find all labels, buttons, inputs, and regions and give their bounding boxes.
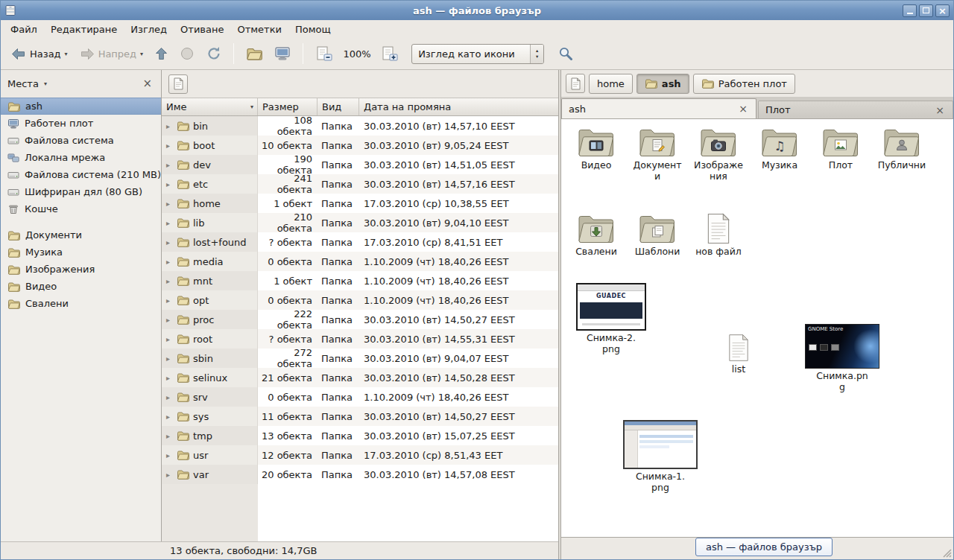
file-icon-item[interactable]: Публични bbox=[871, 127, 932, 171]
sidebar-close-button[interactable]: × bbox=[140, 77, 154, 90]
column-header[interactable]: Име▾ bbox=[162, 98, 258, 115]
column-header[interactable]: Размер bbox=[258, 98, 318, 115]
table-row[interactable]: ▸lost+found? обектаПапка17.03.2010 (ср) … bbox=[162, 232, 558, 252]
path-button[interactable]: ash bbox=[636, 74, 689, 94]
table-row[interactable]: ▸boot10 обектаПапка30.03.2010 (вт) 9,05,… bbox=[162, 136, 558, 155]
path-button[interactable]: Работен плот bbox=[693, 74, 795, 94]
expander-icon[interactable]: ▸ bbox=[166, 354, 173, 363]
taskbar-window-button[interactable]: ash — файлов браузър bbox=[695, 538, 833, 556]
table-row[interactable]: ▸usr12 обектаПапка17.03.2010 (ср) 8,51,4… bbox=[162, 445, 558, 465]
menu-item[interactable]: Помощ bbox=[288, 20, 338, 38]
file-icon-item[interactable]: GNOME StoreСнимка.png bbox=[801, 324, 883, 392]
sidebar-item[interactable]: Файлова система bbox=[1, 132, 161, 149]
view-mode-select[interactable]: Изглед като икони ▴▾ bbox=[411, 44, 544, 64]
tab[interactable]: Плот× bbox=[758, 101, 953, 118]
up-button[interactable] bbox=[150, 43, 173, 64]
home-button[interactable] bbox=[241, 43, 268, 64]
file-icon-item[interactable]: Плот bbox=[810, 127, 871, 171]
table-row[interactable]: ▸mnt1 обектПапка1.10.2009 (чт) 18,40,26 … bbox=[162, 271, 558, 290]
back-button[interactable]: Назад ▾ bbox=[6, 44, 73, 64]
expander-icon[interactable]: ▸ bbox=[166, 219, 173, 227]
expander-icon[interactable]: ▸ bbox=[166, 413, 173, 421]
sidebar-item[interactable]: Файлова система (210 MB) bbox=[1, 166, 161, 183]
stop-button[interactable] bbox=[174, 42, 200, 65]
back-dropdown-icon[interactable]: ▾ bbox=[65, 51, 68, 57]
table-row[interactable]: ▸home1 обектПапка17.03.2010 (ср) 10,38,5… bbox=[162, 194, 558, 213]
menu-item[interactable]: Файл bbox=[4, 20, 44, 38]
sidebar-item[interactable]: Локална мрежа bbox=[1, 149, 161, 166]
path-button[interactable]: home bbox=[589, 74, 633, 94]
forward-button[interactable]: Напред ▾ bbox=[75, 44, 149, 64]
zoom-out-button[interactable] bbox=[310, 42, 338, 66]
sidebar-item[interactable]: Шифриран дял (80 GB) bbox=[1, 183, 161, 200]
table-row[interactable]: ▸srv0 обектаПапка1.10.2009 (чт) 18,40,26… bbox=[162, 387, 558, 407]
table-row[interactable]: ▸lib210 обектаПапка30.03.2010 (вт) 9,04,… bbox=[162, 213, 558, 232]
table-row[interactable]: ▸etc241 обектаПапка30.03.2010 (вт) 14,57… bbox=[162, 174, 558, 194]
table-row[interactable]: ▸proc222 обектаПапка30.03.2010 (вт) 14,5… bbox=[162, 310, 558, 329]
title-bar[interactable]: ash — файлов браузър × bbox=[1, 1, 953, 20]
expander-icon[interactable]: ▸ bbox=[166, 451, 173, 459]
file-icon-item[interactable]: ♫Музика bbox=[749, 127, 810, 171]
expander-icon[interactable]: ▸ bbox=[166, 277, 173, 285]
location-toggle-button-right[interactable] bbox=[566, 74, 585, 93]
sidebar-item[interactable]: Изображения bbox=[1, 261, 161, 278]
file-icon-item[interactable]: list bbox=[715, 334, 762, 375]
tab[interactable]: ash× bbox=[561, 98, 756, 118]
close-button[interactable]: × bbox=[935, 4, 950, 17]
reload-button[interactable] bbox=[201, 42, 227, 65]
table-row[interactable]: ▸selinux21 обектаПапка30.03.2010 (вт) 14… bbox=[162, 368, 558, 387]
file-icon-item[interactable]: Изображения bbox=[688, 127, 749, 182]
table-row[interactable]: ▸sbin272 обектаПапка30.03.2010 (вт) 9,04… bbox=[162, 349, 558, 368]
expander-icon[interactable]: ▸ bbox=[166, 335, 173, 343]
expander-icon[interactable]: ▸ bbox=[166, 141, 173, 150]
table-row[interactable]: ▸bin108 обектаПапка30.03.2010 (вт) 14,57… bbox=[162, 116, 558, 136]
forward-dropdown-icon[interactable]: ▾ bbox=[140, 51, 143, 57]
file-icon-item[interactable]: Шаблони bbox=[627, 213, 688, 257]
expander-icon[interactable]: ▸ bbox=[166, 122, 173, 130]
table-row[interactable]: ▸var20 обектаПапка30.03.2010 (вт) 14,57,… bbox=[162, 465, 558, 484]
table-row[interactable]: ▸dev190 обектаПапка30.03.2010 (вт) 14,51… bbox=[162, 155, 558, 174]
table-row[interactable]: ▸media0 обектаПапка1.10.2009 (чт) 18,40,… bbox=[162, 252, 558, 271]
sidebar-item[interactable]: Свалени bbox=[1, 295, 161, 312]
file-icon-item[interactable]: Снимка-1.png bbox=[619, 420, 701, 493]
sidebar-item[interactable]: Видео bbox=[1, 278, 161, 295]
menu-item[interactable]: Редактиране bbox=[44, 20, 124, 38]
expander-icon[interactable]: ▸ bbox=[166, 432, 173, 440]
tab-close-icon[interactable]: × bbox=[934, 105, 946, 115]
expander-icon[interactable]: ▸ bbox=[166, 238, 173, 246]
search-button[interactable] bbox=[552, 42, 579, 66]
file-icon-item[interactable]: Свалени bbox=[566, 213, 627, 257]
table-row[interactable]: ▸tmp13 обектаПапка30.03.2010 (вт) 15,07,… bbox=[162, 426, 558, 445]
menu-item[interactable]: Изглед bbox=[124, 20, 174, 38]
table-row[interactable]: ▸opt0 обектаПапка1.10.2009 (чт) 18,40,26… bbox=[162, 290, 558, 310]
table-row[interactable]: ▸sys11 обектаПапка30.03.2010 (вт) 14,50,… bbox=[162, 407, 558, 426]
resize-grip[interactable] bbox=[941, 547, 953, 559]
expander-icon[interactable]: ▸ bbox=[166, 296, 173, 305]
menu-item[interactable]: Отиване bbox=[174, 20, 230, 38]
column-header[interactable]: Вид bbox=[318, 98, 359, 115]
table-row[interactable]: ▸root? обектаПапка30.03.2010 (вт) 14,55,… bbox=[162, 329, 558, 349]
file-icon-item[interactable]: Видео bbox=[566, 127, 627, 171]
file-icon-item[interactable]: нов файл bbox=[688, 213, 749, 257]
places-selector[interactable]: Места bbox=[7, 78, 39, 89]
column-header[interactable]: Дата на промяна bbox=[359, 98, 558, 115]
maximize-button[interactable] bbox=[919, 4, 933, 17]
expander-icon[interactable]: ▸ bbox=[166, 200, 173, 208]
location-toggle-button-left[interactable] bbox=[168, 74, 188, 94]
menu-item[interactable]: Отметки bbox=[230, 20, 288, 38]
sidebar-item[interactable]: ash bbox=[1, 98, 161, 115]
expander-icon[interactable]: ▸ bbox=[166, 316, 173, 324]
expander-icon[interactable]: ▸ bbox=[166, 180, 173, 188]
expander-icon[interactable]: ▸ bbox=[166, 161, 173, 169]
tab-close-icon[interactable]: × bbox=[737, 104, 749, 114]
minimize-button[interactable] bbox=[903, 4, 917, 17]
file-icon-item[interactable]: GUADECСнимка-2.png bbox=[572, 283, 650, 354]
sidebar-item[interactable]: Музика bbox=[1, 244, 161, 261]
expander-icon[interactable]: ▸ bbox=[166, 258, 173, 266]
expander-icon[interactable]: ▸ bbox=[166, 471, 173, 479]
sidebar-item[interactable]: Документи bbox=[1, 226, 161, 244]
file-icon-item[interactable]: Документи bbox=[627, 127, 688, 182]
expander-icon[interactable]: ▸ bbox=[166, 393, 173, 401]
sidebar-item[interactable]: Кошче bbox=[1, 200, 161, 217]
sidebar-item[interactable]: Работен плот bbox=[1, 115, 161, 132]
